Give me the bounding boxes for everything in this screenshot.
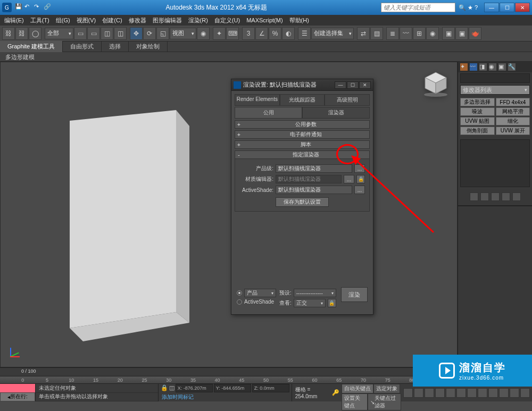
scene-box-object[interactable]: [48, 99, 208, 344]
tab-renderer[interactable]: 渲染器: [302, 107, 370, 118]
link-icon[interactable]: ⛓: [2, 27, 15, 40]
mod-btn-polyselect[interactable]: 多边形选择: [460, 98, 495, 106]
lock-selection-icon[interactable]: 🔒: [161, 384, 168, 391]
create-tab-icon[interactable]: ✦: [460, 63, 468, 71]
goto-end-icon[interactable]: [446, 388, 455, 398]
ribbon-tab-graphite[interactable]: Graphite 建模工具: [0, 41, 63, 52]
render-icon[interactable]: 🫖: [469, 27, 481, 40]
layers-icon[interactable]: ≣: [386, 27, 399, 40]
dialog-maximize-button[interactable]: ☐: [347, 81, 359, 89]
mod-btn-meshsmooth[interactable]: 网格平滑: [496, 107, 530, 116]
material-icon[interactable]: ◉: [426, 27, 439, 40]
autokey-button[interactable]: 自动关键点: [342, 384, 373, 393]
configure-icon[interactable]: [512, 192, 521, 201]
minimize-button[interactable]: —: [484, 3, 499, 12]
close-button[interactable]: ✕: [515, 3, 530, 12]
time-tag-link[interactable]: 添加时间标记: [159, 392, 292, 402]
mod-btn-bevelprofile[interactable]: 倒角剖面: [460, 127, 495, 135]
move-icon[interactable]: ✥: [130, 27, 143, 40]
pivot-icon[interactable]: ◉: [197, 27, 210, 40]
fov-icon[interactable]: [499, 388, 509, 398]
key-icon[interactable]: 🔑: [332, 389, 339, 396]
coord-z[interactable]: Z: 0.0mm: [252, 384, 289, 392]
ribbon-tab-freeform[interactable]: 自由形式: [63, 41, 102, 52]
spinner-snap-icon[interactable]: ◐: [282, 27, 295, 40]
mod-btn-ffd[interactable]: FFD 4x4x4: [496, 98, 530, 106]
percent-snap-icon[interactable]: %: [269, 27, 281, 40]
prev-frame-icon[interactable]: [414, 388, 423, 398]
modify-tab-icon[interactable]: 〰: [470, 63, 477, 71]
menu-customize[interactable]: 自定义(U): [211, 15, 243, 26]
bind-icon[interactable]: ◯: [29, 27, 41, 40]
keymode-icon[interactable]: ↘: [370, 399, 375, 405]
render-frame-icon[interactable]: ▣: [455, 27, 468, 40]
viewport[interactable]: [0, 62, 458, 367]
menu-help[interactable]: 帮助(H): [286, 15, 312, 26]
choose-product-renderer-button[interactable]: ...: [354, 164, 365, 173]
rect-select-icon[interactable]: ◫: [101, 27, 113, 40]
selection-filter-dropdown[interactable]: 全部: [45, 28, 73, 39]
menu-edit[interactable]: 编辑(E): [1, 15, 27, 26]
make-unique-icon[interactable]: [491, 192, 500, 201]
menu-rendering[interactable]: 渲染(R): [185, 15, 211, 26]
align-icon[interactable]: ▤: [370, 27, 383, 40]
tab-render-elements[interactable]: Render Elements: [235, 94, 280, 105]
prompt-label[interactable]: ◂所在行:: [0, 392, 35, 402]
maximize-viewport-icon[interactable]: [520, 388, 530, 398]
mod-btn-tessellate[interactable]: 细化: [496, 117, 530, 125]
scale-icon[interactable]: ◱: [156, 27, 169, 40]
keyfilters-button[interactable]: 关键点过滤器: [375, 395, 398, 409]
edit-named-icon[interactable]: ☰: [298, 27, 311, 40]
schematic-icon[interactable]: ⊞: [413, 27, 426, 40]
preset-dropdown[interactable]: ---------------: [294, 289, 336, 297]
display-tab-icon[interactable]: ▣: [498, 63, 506, 71]
viewcube[interactable]: [420, 68, 452, 99]
goto-start-icon[interactable]: [403, 388, 413, 398]
choose-mtl-renderer-button[interactable]: ...: [344, 175, 354, 183]
menu-maxscript[interactable]: MAXScript(M): [243, 16, 286, 24]
unlink-icon[interactable]: ⛓: [15, 27, 28, 40]
select-name-icon[interactable]: ▭: [87, 27, 100, 40]
mod-btn-noise[interactable]: 噪波: [460, 107, 495, 116]
rollout-scripts[interactable]: +脚本: [235, 140, 370, 149]
menu-create[interactable]: 创建(C): [99, 15, 125, 26]
maximize-button[interactable]: ☐: [500, 3, 514, 12]
radio-activeshade[interactable]: [237, 299, 242, 305]
view-dropdown[interactable]: 正交: [294, 299, 326, 307]
pin-stack-icon[interactable]: [470, 192, 478, 201]
object-name-field[interactable]: [460, 73, 530, 83]
refcoord-dropdown[interactable]: 视图: [170, 28, 196, 39]
select-manip-icon[interactable]: ✦: [213, 27, 226, 40]
tab-advanced-lighting[interactable]: 高级照明: [325, 94, 370, 105]
modifier-stack[interactable]: [460, 139, 530, 187]
render-button[interactable]: 渲染: [341, 287, 368, 302]
choose-activeshade-renderer-button[interactable]: ...: [354, 186, 365, 194]
next-frame-icon[interactable]: [435, 388, 445, 398]
lock-view-icon[interactable]: 🔒: [328, 299, 336, 307]
utilities-tab-icon[interactable]: 🔧: [508, 63, 516, 71]
setkey-button[interactable]: 设置关键点: [342, 393, 368, 410]
qat-link-icon[interactable]: 🔗: [44, 3, 52, 12]
window-crossing-icon[interactable]: ◫: [114, 27, 127, 40]
select-icon[interactable]: ▭: [74, 27, 87, 40]
menu-group[interactable]: 组(G): [53, 15, 73, 26]
named-selection-dropdown[interactable]: 创建选择集: [311, 28, 354, 39]
rollout-email[interactable]: +电子邮件通知: [235, 130, 370, 139]
zoom-icon[interactable]: [467, 388, 477, 398]
angle-snap-icon[interactable]: ∠: [255, 27, 268, 40]
hierarchy-tab-icon[interactable]: ◨: [479, 63, 487, 71]
ribbon-tab-selection[interactable]: 选择: [102, 41, 129, 52]
isolate-icon[interactable]: ◫: [169, 384, 174, 391]
menu-grapheditors[interactable]: 图形编辑器: [149, 15, 185, 26]
app-logo[interactable]: G: [2, 3, 12, 12]
radio-product[interactable]: [237, 290, 242, 296]
remove-mod-icon[interactable]: [502, 192, 510, 201]
infocenter-icons[interactable]: 🔍 ★ ?: [459, 4, 478, 11]
ribbon-tab-objectpaint[interactable]: 对象绘制: [129, 41, 168, 52]
pan-icon[interactable]: [456, 388, 466, 398]
modifier-list-dropdown[interactable]: 修改器列表: [460, 85, 530, 95]
orbit-icon[interactable]: [510, 388, 519, 398]
tab-raytracer[interactable]: 光线跟踪器: [280, 94, 325, 105]
rotate-icon[interactable]: ⟳: [143, 27, 156, 40]
selected-dropdown[interactable]: 选定对象: [373, 384, 400, 393]
